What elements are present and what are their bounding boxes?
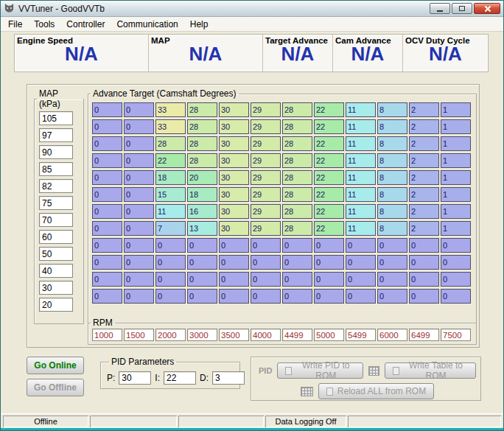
advance-cell-r3-c3[interactable]: 28 bbox=[187, 153, 217, 168]
advance-cell-r8-c7[interactable]: 0 bbox=[314, 238, 344, 253]
advance-cell-r3-c5[interactable]: 29 bbox=[251, 153, 281, 168]
advance-cell-r4-c0[interactable]: 0 bbox=[92, 170, 122, 185]
advance-cell-r5-c5[interactable]: 29 bbox=[251, 187, 281, 202]
advance-cell-r7-c2[interactable]: 7 bbox=[155, 221, 186, 236]
advance-cell-r6-c9[interactable]: 8 bbox=[377, 204, 407, 219]
advance-cell-r10-c2[interactable]: 0 bbox=[155, 272, 186, 287]
advance-cell-r9-c6[interactable]: 0 bbox=[282, 255, 312, 270]
advance-cell-r7-c5[interactable]: 29 bbox=[251, 221, 281, 236]
reload-all-from-rom-button[interactable]: Reload ALL from ROM bbox=[318, 383, 434, 399]
pid-p-input[interactable] bbox=[119, 371, 151, 385]
advance-cell-r3-c8[interactable]: 11 bbox=[346, 153, 376, 168]
advance-cell-r2-c1[interactable]: 0 bbox=[124, 136, 154, 151]
advance-cell-r5-c8[interactable]: 11 bbox=[346, 187, 376, 202]
advance-cell-r10-c9[interactable]: 0 bbox=[377, 272, 407, 287]
advance-cell-r6-c4[interactable]: 30 bbox=[219, 204, 249, 219]
advance-cell-r11-c3[interactable]: 0 bbox=[187, 289, 217, 304]
advance-cell-r11-c5[interactable]: 0 bbox=[251, 289, 281, 304]
advance-cell-r0-c9[interactable]: 8 bbox=[377, 102, 407, 117]
map-input-90[interactable] bbox=[39, 145, 73, 159]
advance-cell-r0-c0[interactable]: 0 bbox=[92, 102, 122, 117]
map-input-50[interactable] bbox=[39, 247, 73, 261]
advance-cell-r7-c0[interactable]: 0 bbox=[92, 221, 122, 236]
advance-cell-r3-c11[interactable]: 1 bbox=[441, 153, 471, 168]
advance-cell-r6-c2[interactable]: 11 bbox=[155, 204, 186, 219]
advance-cell-r10-c6[interactable]: 0 bbox=[282, 272, 312, 287]
advance-cell-r2-c9[interactable]: 8 bbox=[377, 136, 407, 151]
advance-cell-r1-c11[interactable]: 1 bbox=[441, 119, 471, 134]
advance-cell-r1-c4[interactable]: 30 bbox=[219, 119, 249, 134]
advance-cell-r0-c2[interactable]: 33 bbox=[155, 102, 186, 117]
advance-cell-r3-c2[interactable]: 22 bbox=[155, 153, 186, 168]
advance-cell-r5-c6[interactable]: 28 bbox=[282, 187, 312, 202]
rpm-input-5499[interactable] bbox=[346, 329, 376, 341]
map-input-60[interactable] bbox=[39, 230, 73, 244]
advance-cell-r6-c5[interactable]: 29 bbox=[251, 204, 281, 219]
advance-cell-r3-c10[interactable]: 2 bbox=[409, 153, 439, 168]
advance-cell-r3-c4[interactable]: 30 bbox=[219, 153, 249, 168]
advance-cell-r7-c11[interactable]: 1 bbox=[441, 221, 471, 236]
advance-cell-r1-c6[interactable]: 28 bbox=[282, 119, 312, 134]
rpm-input-6499[interactable] bbox=[409, 329, 439, 341]
rpm-input-6000[interactable] bbox=[377, 329, 407, 341]
advance-cell-r6-c11[interactable]: 1 bbox=[441, 204, 471, 219]
advance-cell-r7-c1[interactable]: 0 bbox=[124, 221, 154, 236]
advance-cell-r2-c11[interactable]: 1 bbox=[441, 136, 471, 151]
advance-cell-r10-c3[interactable]: 0 bbox=[187, 272, 217, 287]
advance-cell-r7-c4[interactable]: 30 bbox=[219, 221, 249, 236]
advance-cell-r11-c7[interactable]: 0 bbox=[314, 289, 344, 304]
advance-cell-r9-c9[interactable]: 0 bbox=[377, 255, 407, 270]
advance-cell-r7-c3[interactable]: 13 bbox=[187, 221, 217, 236]
advance-cell-r2-c3[interactable]: 28 bbox=[187, 136, 217, 151]
advance-cell-r1-c7[interactable]: 22 bbox=[314, 119, 344, 134]
advance-cell-r8-c5[interactable]: 0 bbox=[251, 238, 281, 253]
advance-cell-r4-c8[interactable]: 11 bbox=[346, 170, 376, 185]
advance-cell-r3-c7[interactable]: 22 bbox=[314, 153, 344, 168]
advance-cell-r8-c4[interactable]: 0 bbox=[219, 238, 249, 253]
advance-cell-r10-c7[interactable]: 0 bbox=[314, 272, 344, 287]
advance-cell-r5-c1[interactable]: 0 bbox=[124, 187, 154, 202]
advance-cell-r8-c8[interactable]: 0 bbox=[346, 238, 376, 253]
advance-cell-r2-c4[interactable]: 30 bbox=[219, 136, 249, 151]
advance-cell-r8-c3[interactable]: 0 bbox=[187, 238, 217, 253]
advance-cell-r2-c10[interactable]: 2 bbox=[409, 136, 439, 151]
advance-cell-r5-c11[interactable]: 1 bbox=[441, 187, 471, 202]
map-input-30[interactable] bbox=[39, 281, 73, 295]
advance-cell-r1-c8[interactable]: 11 bbox=[346, 119, 376, 134]
advance-cell-r11-c9[interactable]: 0 bbox=[377, 289, 407, 304]
advance-cell-r1-c2[interactable]: 33 bbox=[155, 119, 186, 134]
advance-cell-r4-c6[interactable]: 28 bbox=[282, 170, 312, 185]
advance-cell-r8-c0[interactable]: 0 bbox=[92, 238, 122, 253]
advance-cell-r10-c11[interactable]: 0 bbox=[441, 272, 471, 287]
advance-cell-r9-c4[interactable]: 0 bbox=[219, 255, 249, 270]
advance-cell-r6-c1[interactable]: 0 bbox=[124, 204, 154, 219]
advance-cell-r2-c6[interactable]: 28 bbox=[282, 136, 312, 151]
rpm-input-4000[interactable] bbox=[251, 329, 281, 341]
advance-cell-r2-c2[interactable]: 28 bbox=[155, 136, 186, 151]
advance-cell-r10-c0[interactable]: 0 bbox=[92, 272, 122, 287]
advance-cell-r4-c4[interactable]: 30 bbox=[219, 170, 249, 185]
rpm-input-1500[interactable] bbox=[124, 329, 154, 341]
advance-cell-r1-c10[interactable]: 2 bbox=[409, 119, 439, 134]
rpm-input-3000[interactable] bbox=[187, 329, 217, 341]
write-pid-to-rom-button[interactable]: Write PID to ROM bbox=[277, 362, 363, 379]
advance-cell-r4-c2[interactable]: 18 bbox=[155, 170, 186, 185]
advance-cell-r2-c5[interactable]: 29 bbox=[251, 136, 281, 151]
advance-cell-r4-c1[interactable]: 0 bbox=[124, 170, 154, 185]
maximize-button[interactable] bbox=[452, 3, 472, 14]
minimize-button[interactable] bbox=[430, 3, 450, 14]
advance-cell-r0-c1[interactable]: 0 bbox=[124, 102, 154, 117]
advance-cell-r6-c3[interactable]: 16 bbox=[187, 204, 217, 219]
advance-cell-r9-c10[interactable]: 0 bbox=[409, 255, 439, 270]
menu-item-communication[interactable]: Communication bbox=[111, 18, 183, 31]
rpm-input-3500[interactable] bbox=[219, 329, 249, 341]
advance-cell-r9-c1[interactable]: 0 bbox=[124, 255, 154, 270]
advance-cell-r2-c7[interactable]: 22 bbox=[314, 136, 344, 151]
advance-cell-r9-c8[interactable]: 0 bbox=[346, 255, 376, 270]
advance-cell-r7-c9[interactable]: 8 bbox=[377, 221, 407, 236]
advance-cell-r7-c8[interactable]: 11 bbox=[346, 221, 376, 236]
advance-cell-r6-c0[interactable]: 0 bbox=[92, 204, 122, 219]
advance-cell-r4-c3[interactable]: 20 bbox=[187, 170, 217, 185]
map-input-85[interactable] bbox=[39, 162, 73, 176]
advance-cell-r4-c5[interactable]: 29 bbox=[251, 170, 281, 185]
